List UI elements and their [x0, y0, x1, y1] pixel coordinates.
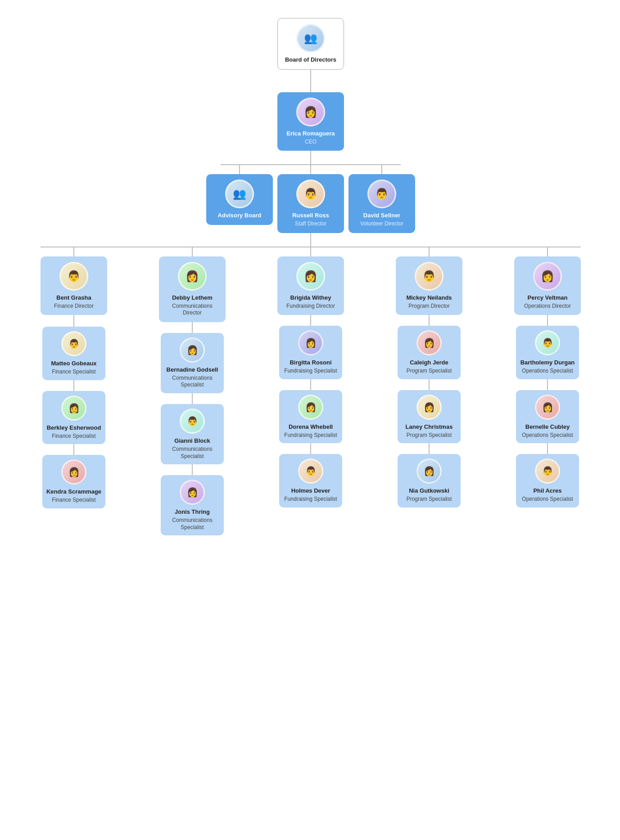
avatar-matteo: 👨 — [61, 331, 86, 356]
node-bernelle[interactable]: 👩 Bernelle Cubley Operations Specialist — [516, 390, 579, 443]
title-bartholemy: Operations Specialist — [522, 368, 573, 375]
name-advisory: Advisory Board — [218, 212, 262, 220]
node-percy[interactable]: 👩 Percy Veltman Operations Director — [514, 256, 581, 315]
name-berkley: Berkley Esherwood — [47, 424, 101, 432]
node-brigida[interactable]: 👩 Brigida Withey Fundraising Director — [277, 256, 344, 315]
avatar-board: 👥 — [296, 24, 325, 53]
node-birgitta[interactable]: 👩 Birgitta Rosoni Fundraising Specialist — [279, 326, 342, 379]
name-laney: Laney Christmas — [406, 423, 453, 431]
title-russell: Staff Director — [295, 220, 326, 228]
name-bartholemy: Bartholemy Durgan — [520, 359, 575, 367]
node-russell[interactable]: 👨 Russell Ross Staff Director — [277, 174, 344, 233]
avatar-mickey: 👨 — [415, 262, 444, 291]
avatar-bernelle: 👩 — [535, 395, 560, 420]
node-debby[interactable]: 👩 Debby Lethem Communications Director — [159, 256, 226, 322]
node-kendra[interactable]: 👩 Kendra Scrammage Finance Specialist — [42, 455, 105, 508]
avatar-caleigh: 👩 — [416, 330, 442, 355]
title-holmes: Fundraising Specialist — [284, 496, 337, 503]
node-bartholemy[interactable]: 👨 Bartholemy Durgan Operations Specialis… — [516, 326, 579, 379]
title-matteo: Finance Specialist — [52, 368, 95, 376]
title-brigida: Fundraising Director — [286, 303, 335, 310]
node-matteo[interactable]: 👨 Matteo Gobeaux Finance Specialist — [42, 327, 105, 380]
title-bernadine: Communications Specialist — [164, 375, 220, 389]
avatar-laney: 👩 — [416, 395, 442, 420]
node-bent[interactable]: 👨 Bent Grasha Finance Director — [41, 256, 107, 315]
title-birgitta: Fundraising Specialist — [284, 368, 337, 375]
title-caleigh: Program Specialist — [407, 368, 452, 375]
col-bent: 👨 Bent Grasha Finance Director 👨 Matteo … — [41, 247, 107, 508]
avatar-david: 👨 — [367, 180, 396, 208]
name-bernadine: Bernadine Godsell — [167, 366, 218, 374]
title-dorena: Fundraising Specialist — [284, 432, 337, 439]
avatar-russell: 👨 — [296, 180, 325, 208]
avatar-kendra: 👩 — [61, 459, 86, 485]
col-brigida: 👩 Brigida Withey Fundraising Director 👩 … — [277, 247, 344, 508]
avatar-birgitta: 👩 — [298, 330, 323, 355]
node-advisory[interactable]: 👥 Advisory Board — [206, 174, 273, 225]
avatar-holmes: 👨 — [298, 458, 323, 484]
title-laney: Program Specialist — [407, 432, 452, 439]
title-debby: Communications Director — [163, 303, 221, 317]
name-david: David Sellner — [363, 212, 400, 220]
node-nia[interactable]: 👩 Nia Gutkowski Program Specialist — [398, 454, 461, 507]
avatar-gianni: 👨 — [180, 409, 205, 434]
name-jonis: Jonis Thring — [175, 508, 210, 516]
name-debby: Debby Lethem — [172, 294, 213, 302]
name-holmes: Holmes Dever — [291, 487, 330, 495]
title-nia: Program Specialist — [407, 496, 452, 503]
avatar-jonis: 👩 — [180, 480, 205, 505]
name-percy: Percy Veltman — [528, 294, 568, 302]
node-caleigh[interactable]: 👩 Caleigh Jerde Program Specialist — [398, 326, 461, 379]
node-jonis[interactable]: 👩 Jonis Thring Communications Specialist — [161, 475, 224, 535]
node-phil[interactable]: 👨 Phil Acres Operations Specialist — [516, 454, 579, 507]
avatar-berkley: 👩 — [61, 395, 86, 421]
avatar-debby: 👩 — [178, 262, 207, 291]
name-phil: Phil Acres — [533, 487, 561, 495]
name-bernelle: Bernelle Cubley — [525, 423, 570, 431]
name-kendra: Kendra Scrammage — [46, 488, 101, 496]
title-david: Volunteer Director — [360, 220, 403, 228]
avatar-dorena: 👩 — [298, 395, 323, 420]
node-berkley[interactable]: 👩 Berkley Esherwood Finance Specialist — [42, 391, 105, 444]
name-nia: Nia Gutkowski — [409, 487, 449, 495]
title-kendra: Finance Specialist — [52, 497, 95, 504]
name-caleigh: Caleigh Jerde — [410, 359, 448, 367]
node-laney[interactable]: 👩 Laney Christmas Program Specialist — [398, 390, 461, 443]
node-ceo[interactable]: 👩 Erica Romaguera CEO — [277, 92, 344, 151]
avatar-advisory: 👥 — [225, 180, 254, 208]
name-gianni: Gianni Block — [174, 437, 210, 445]
node-board[interactable]: 👥 Board of Directors — [277, 18, 344, 70]
connector-board-ceo — [310, 70, 311, 92]
name-mickey: Mickey Neilands — [406, 294, 452, 302]
node-david[interactable]: 👨 David Sellner Volunteer Director — [348, 174, 415, 233]
name-russell: Russell Ross — [292, 212, 329, 220]
name-matteo: Matteo Gobeaux — [51, 360, 96, 368]
avatar-phil: 👨 — [535, 458, 560, 484]
col-mickey: 👨 Mickey Neilands Program Director 👩 Cal… — [396, 247, 462, 508]
title-ceo: CEO — [305, 139, 317, 146]
node-gianni[interactable]: 👨 Gianni Block Communications Specialist — [161, 404, 224, 464]
title-mickey: Program Director — [408, 303, 449, 310]
title-jonis: Communications Specialist — [164, 517, 220, 531]
avatar-ceo: 👩 — [296, 98, 325, 126]
node-dorena[interactable]: 👩 Dorena Whebell Fundraising Specialist — [279, 390, 342, 443]
name-birgitta: Birgitta Rosoni — [290, 359, 331, 367]
title-bernelle: Operations Specialist — [522, 432, 573, 439]
node-holmes[interactable]: 👨 Holmes Dever Fundraising Specialist — [279, 454, 342, 507]
name-board: Board of Directors — [285, 56, 336, 64]
title-bent: Finance Director — [54, 303, 94, 310]
title-percy: Operations Director — [524, 303, 571, 310]
col-debby: 👩 Debby Lethem Communications Director 👩… — [159, 247, 226, 535]
node-mickey[interactable]: 👨 Mickey Neilands Program Director — [396, 256, 462, 315]
col-percy: 👩 Percy Veltman Operations Director 👨 Ba… — [514, 247, 581, 508]
title-phil: Operations Specialist — [522, 496, 573, 503]
name-brigida: Brigida Withey — [290, 294, 331, 302]
name-ceo: Erica Romaguera — [287, 130, 335, 138]
name-bent: Bent Grasha — [56, 294, 91, 302]
avatar-bent: 👨 — [59, 262, 88, 291]
node-bernadine[interactable]: 👩 Bernadine Godsell Communications Speci… — [161, 333, 224, 393]
org-chart: 👥 Board of Directors 👩 Erica Romaguera C… — [9, 9, 612, 535]
avatar-bernadine: 👩 — [180, 337, 205, 363]
title-gianni: Communications Specialist — [164, 446, 220, 460]
avatar-nia: 👩 — [416, 458, 442, 484]
